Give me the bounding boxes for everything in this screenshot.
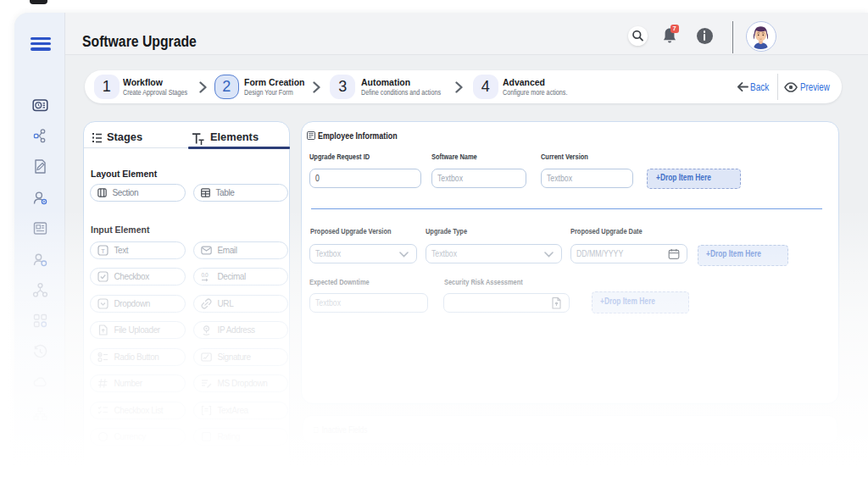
svg-text:0.0: 0.0 — [201, 272, 209, 278]
svg-text:T: T — [101, 247, 105, 254]
